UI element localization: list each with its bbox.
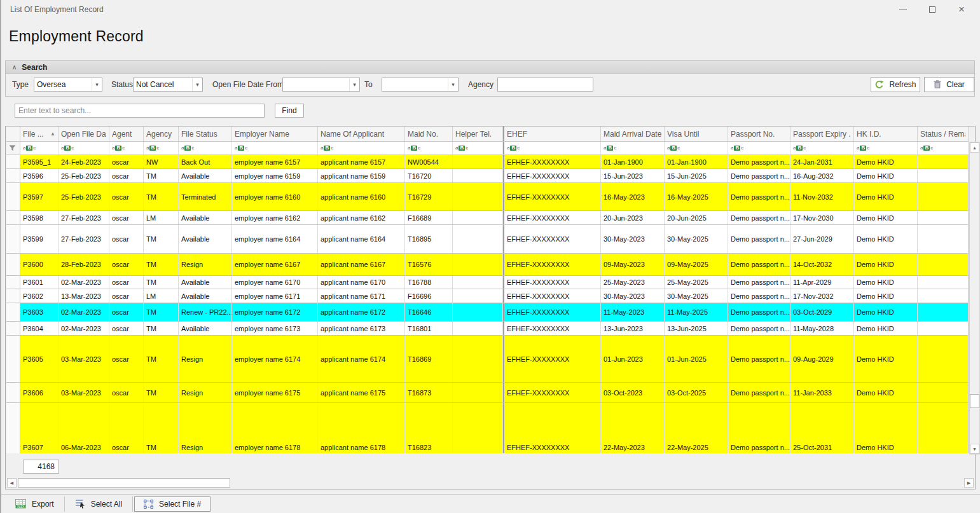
cell-hk_id: Demo HKID <box>854 169 918 182</box>
column-header-file_no[interactable]: File ...▲ <box>20 127 59 141</box>
table-row[interactable]: P359725-Feb-2023oscarTMTerminatedemploye… <box>6 183 968 211</box>
cell-agency: TM <box>144 225 179 253</box>
cell-visa_until: 20-Jun-2025 <box>665 211 728 224</box>
table-row[interactable]: P360706-Mar-2023oscarTMResignemployer na… <box>6 403 968 453</box>
toolbar-separator <box>132 496 133 512</box>
cell-visa_until: 09-May-2025 <box>665 254 728 275</box>
status-dropdown[interactable]: Not Cancel ▾ <box>133 78 203 92</box>
sort-asc-icon: ▲ <box>50 131 55 137</box>
cell-file_no: P3604 <box>20 322 59 335</box>
table-row[interactable]: P360503-Mar-2023oscarTMResignemployer na… <box>6 336 968 383</box>
scroll-down-icon[interactable]: ▼ <box>970 444 979 454</box>
table-row[interactable]: P359927-Feb-2023oscarTMAvailableemployer… <box>6 225 968 254</box>
scroll-up-icon[interactable]: ▲ <box>970 142 979 153</box>
table-row[interactable]: P360603-Mar-2023oscarTMResignemployer na… <box>6 383 968 403</box>
app-window: List Of Employment Record × Employment R… <box>0 0 980 513</box>
close-button[interactable]: × <box>947 0 976 19</box>
column-header-agent[interactable]: Agent <box>109 127 144 141</box>
minimize-button[interactable] <box>888 0 918 19</box>
clear-button[interactable]: Clear <box>924 77 974 92</box>
cell-maid_arrival_date: 13-Jun-2023 <box>601 322 665 335</box>
cell-ehef: EFHEF-XXXXXXXX <box>503 211 601 224</box>
cell-employer_name: employer name 6175 <box>232 383 318 402</box>
filter-cell-file_status[interactable]: aBc <box>179 142 232 154</box>
export-button[interactable]: XLSX Export <box>6 496 63 512</box>
scroll-right-icon[interactable]: ▶ <box>964 478 974 488</box>
filter-cell-helper_tel[interactable]: aBc <box>453 142 503 154</box>
vertical-scrollbar-thumb[interactable] <box>970 394 979 408</box>
column-header-maid_arrival_date[interactable]: Maid Arrival Date <box>601 127 665 141</box>
column-header-visa_until[interactable]: Visa Until <box>665 127 728 141</box>
search-panel-header[interactable]: ∧ Search <box>6 61 974 74</box>
column-header-helper_tel[interactable]: Helper Tel. <box>453 127 503 141</box>
grid-body: P3595_124-Feb-2023oscarNWBack Outemploye… <box>6 155 968 453</box>
filter-cell-hk_id[interactable]: aBc <box>854 142 918 154</box>
find-button[interactable]: Find <box>275 104 304 118</box>
agency-input[interactable] <box>497 78 593 92</box>
filter-cell-agency[interactable]: aBc <box>144 142 179 154</box>
refresh-label: Refresh <box>889 80 916 89</box>
filter-cell-maid_no[interactable]: aBc <box>405 142 453 154</box>
abc-filter-icon: aBc <box>146 146 159 151</box>
table-row[interactable]: P359625-Feb-2023oscarTMAvailableemployer… <box>6 169 968 183</box>
cell-agent: oscar <box>109 276 144 289</box>
column-header-maid_no[interactable]: Maid No. <box>405 127 453 141</box>
column-header-label: Maid Arrival Date <box>604 130 661 139</box>
column-header-label: Helper Tel. <box>455 130 500 139</box>
table-row[interactable]: P360028-Feb-2023oscarTMResignemployer na… <box>6 254 968 276</box>
filter-cell-passport_no[interactable]: aBc <box>728 142 790 154</box>
bottom-toolbar: XLSX Export Select All Select File # <box>0 494 980 513</box>
scroll-left-icon[interactable]: ◀ <box>7 478 17 488</box>
cell-passport_expiry: 11-May-2028 <box>790 322 854 335</box>
column-header-passport_expiry[interactable]: Passport Expiry ... <box>790 127 854 141</box>
table-row[interactable]: P3595_124-Feb-2023oscarNWBack Outemploye… <box>6 155 968 169</box>
cell-open_file_date: 13-Mar-2023 <box>59 289 109 303</box>
cell-passport_expiry: 17-Nov-2032 <box>790 289 854 303</box>
type-dropdown[interactable]: Oversea ▾ <box>34 78 102 92</box>
refresh-button[interactable]: Refresh <box>871 77 920 92</box>
cell-agent: oscar <box>109 211 144 224</box>
filter-cell-file_no[interactable]: aBc <box>20 142 59 154</box>
vertical-scrollbar[interactable]: ▲ ▼ <box>969 142 980 455</box>
filter-cell-agent[interactable]: aBc <box>109 142 144 154</box>
filter-cell-maid_arrival_date[interactable]: aBc <box>601 142 665 154</box>
column-header-file_status[interactable]: File Status <box>179 127 232 141</box>
cell-hk_id: Demo HKID <box>854 276 918 289</box>
column-header-status_remark[interactable]: Status / Remark <box>918 127 969 141</box>
column-header-name_of_applicant[interactable]: Name Of Applicant <box>318 127 405 141</box>
select-file-button[interactable]: Select File # <box>134 496 210 512</box>
cell-agent: oscar <box>109 403 144 453</box>
horizontal-scrollbar-thumb[interactable] <box>18 478 230 488</box>
cell-file_no: P3603 <box>20 303 59 321</box>
select-all-button[interactable]: Select All <box>66 496 131 512</box>
cell-file_status: Available <box>179 322 232 335</box>
date-to-dropdown[interactable]: ▾ <box>382 78 459 92</box>
cell-ehef: EFHEF-XXXXXXXX <box>503 276 601 289</box>
filter-cell-employer_name[interactable]: aBc <box>232 142 318 154</box>
filter-cell-ehef[interactable]: aBc <box>503 142 601 154</box>
column-header-ehef[interactable]: EHEF <box>503 127 601 141</box>
cell-maid_arrival_date: 30-May-2023 <box>601 289 665 303</box>
cell-file_status: Resign <box>179 383 232 402</box>
column-header-employer_name[interactable]: Employer Name <box>232 127 318 141</box>
horizontal-scrollbar[interactable]: ◀ ▶ <box>7 478 974 489</box>
filter-cell-visa_until[interactable]: aBc <box>665 142 728 154</box>
table-row[interactable]: P360302-Mar-2023oscarTMRenew - PR22...em… <box>6 303 968 322</box>
type-label: Type <box>12 80 29 89</box>
cell-hk_id: Demo HKID <box>854 211 918 224</box>
column-header-open_file_date[interactable]: Open File Date <box>59 127 109 141</box>
table-row[interactable]: P359827-Feb-2023oscarLMAvailableemployer… <box>6 211 968 225</box>
maximize-button[interactable] <box>918 0 947 19</box>
filter-cell-passport_expiry[interactable]: aBc <box>790 142 854 154</box>
search-input[interactable] <box>15 104 265 118</box>
table-row[interactable]: P360213-Mar-2023oscarLMAvailableemployer… <box>6 289 968 303</box>
column-header-hk_id[interactable]: HK I.D. <box>854 127 918 141</box>
table-row[interactable]: P360102-Mar-2023oscarTMAvailableemployer… <box>6 276 968 289</box>
filter-cell-status_remark[interactable]: aBc <box>918 142 969 154</box>
table-row[interactable]: P360402-Mar-2023oscarTMAvailableemployer… <box>6 322 968 336</box>
column-header-agency[interactable]: Agency <box>144 127 179 141</box>
column-header-passport_no[interactable]: Passport No. <box>728 127 790 141</box>
filter-cell-open_file_date[interactable]: aBc <box>59 142 109 154</box>
date-from-dropdown[interactable]: ▾ <box>282 78 360 92</box>
filter-cell-name_of_applicant[interactable]: aBc <box>318 142 405 154</box>
